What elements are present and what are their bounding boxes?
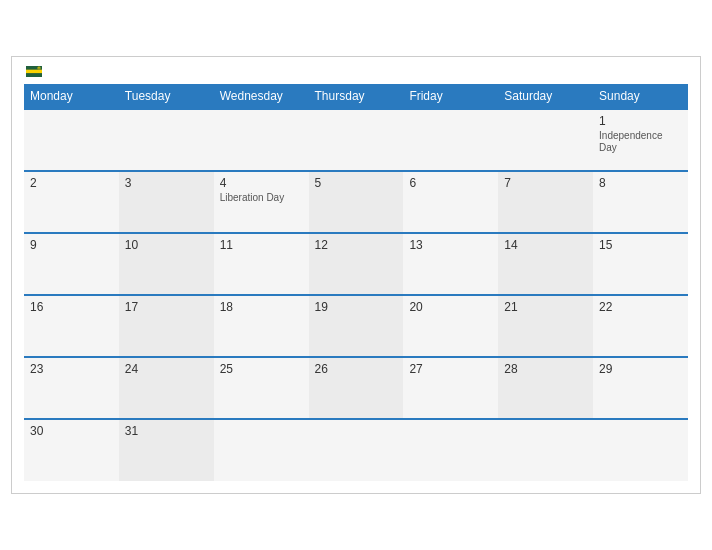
- day-number: 6: [409, 176, 492, 190]
- calendar-cell: [119, 109, 214, 171]
- day-number: 23: [30, 362, 113, 376]
- day-number: 1: [599, 114, 682, 128]
- calendar-cell: 31: [119, 419, 214, 481]
- weekday-friday: Friday: [403, 84, 498, 109]
- calendar-cell: 26: [309, 357, 404, 419]
- logo-flag-icon: [26, 66, 42, 77]
- day-number: 11: [220, 238, 303, 252]
- calendar-cell: 22: [593, 295, 688, 357]
- day-number: 9: [30, 238, 113, 252]
- day-number: 14: [504, 238, 587, 252]
- calendar-cell: 25: [214, 357, 309, 419]
- day-number: 8: [599, 176, 682, 190]
- calendar-cell: 11: [214, 233, 309, 295]
- calendar-cell: 3: [119, 171, 214, 233]
- logo: [24, 67, 42, 78]
- day-number: 16: [30, 300, 113, 314]
- calendar-cell: [24, 109, 119, 171]
- calendar-header: [24, 67, 688, 78]
- calendar-cell: 13: [403, 233, 498, 295]
- calendar-cell: [214, 419, 309, 481]
- day-number: 12: [315, 238, 398, 252]
- day-number: 10: [125, 238, 208, 252]
- weekday-saturday: Saturday: [498, 84, 593, 109]
- calendar-cell: [498, 109, 593, 171]
- calendar-cell: 6: [403, 171, 498, 233]
- day-number: 21: [504, 300, 587, 314]
- day-number: 25: [220, 362, 303, 376]
- holiday-label: Independence Day: [599, 130, 682, 154]
- calendar-cell: 10: [119, 233, 214, 295]
- weekday-monday: Monday: [24, 84, 119, 109]
- calendar-cell: [309, 109, 404, 171]
- day-number: 20: [409, 300, 492, 314]
- day-number: 7: [504, 176, 587, 190]
- day-number: 18: [220, 300, 303, 314]
- calendar-cell: 30: [24, 419, 119, 481]
- svg-rect-2: [26, 73, 42, 77]
- calendar-cell: 18: [214, 295, 309, 357]
- calendar-cell: 17: [119, 295, 214, 357]
- week-row-5: 23242526272829: [24, 357, 688, 419]
- day-number: 5: [315, 176, 398, 190]
- day-number: 19: [315, 300, 398, 314]
- calendar-cell: 23: [24, 357, 119, 419]
- calendar-cell: [403, 419, 498, 481]
- week-row-6: 3031: [24, 419, 688, 481]
- calendar-cell: 4Liberation Day: [214, 171, 309, 233]
- calendar-cell: 24: [119, 357, 214, 419]
- day-number: 2: [30, 176, 113, 190]
- day-number: 30: [30, 424, 113, 438]
- calendar-cell: 21: [498, 295, 593, 357]
- day-number: 17: [125, 300, 208, 314]
- calendar-cell: 28: [498, 357, 593, 419]
- week-row-3: 9101112131415: [24, 233, 688, 295]
- calendar-cell: 15: [593, 233, 688, 295]
- day-number: 31: [125, 424, 208, 438]
- calendar-cell: 12: [309, 233, 404, 295]
- calendar-cell: 2: [24, 171, 119, 233]
- calendar: MondayTuesdayWednesdayThursdayFridaySatu…: [11, 56, 701, 494]
- day-number: 4: [220, 176, 303, 190]
- calendar-cell: 14: [498, 233, 593, 295]
- holiday-label: Liberation Day: [220, 192, 303, 204]
- week-row-4: 16171819202122: [24, 295, 688, 357]
- weekday-tuesday: Tuesday: [119, 84, 214, 109]
- calendar-cell: 19: [309, 295, 404, 357]
- day-number: 15: [599, 238, 682, 252]
- calendar-cell: [214, 109, 309, 171]
- day-number: 24: [125, 362, 208, 376]
- day-number: 13: [409, 238, 492, 252]
- day-number: 22: [599, 300, 682, 314]
- weekday-thursday: Thursday: [309, 84, 404, 109]
- calendar-cell: 29: [593, 357, 688, 419]
- calendar-cell: 1Independence Day: [593, 109, 688, 171]
- day-number: 3: [125, 176, 208, 190]
- weekday-wednesday: Wednesday: [214, 84, 309, 109]
- week-row-1: 1Independence Day: [24, 109, 688, 171]
- weekday-sunday: Sunday: [593, 84, 688, 109]
- calendar-cell: 9: [24, 233, 119, 295]
- calendar-cell: 27: [403, 357, 498, 419]
- day-number: 27: [409, 362, 492, 376]
- calendar-cell: [309, 419, 404, 481]
- calendar-cell: 20: [403, 295, 498, 357]
- weekday-header-row: MondayTuesdayWednesdayThursdayFridaySatu…: [24, 84, 688, 109]
- svg-rect-1: [26, 70, 42, 74]
- calendar-cell: [498, 419, 593, 481]
- day-number: 26: [315, 362, 398, 376]
- calendar-cell: 16: [24, 295, 119, 357]
- calendar-cell: [593, 419, 688, 481]
- calendar-table: MondayTuesdayWednesdayThursdayFridaySatu…: [24, 84, 688, 481]
- calendar-cell: [403, 109, 498, 171]
- calendar-cell: 7: [498, 171, 593, 233]
- calendar-cell: 5: [309, 171, 404, 233]
- week-row-2: 234Liberation Day5678: [24, 171, 688, 233]
- day-number: 28: [504, 362, 587, 376]
- calendar-cell: 8: [593, 171, 688, 233]
- day-number: 29: [599, 362, 682, 376]
